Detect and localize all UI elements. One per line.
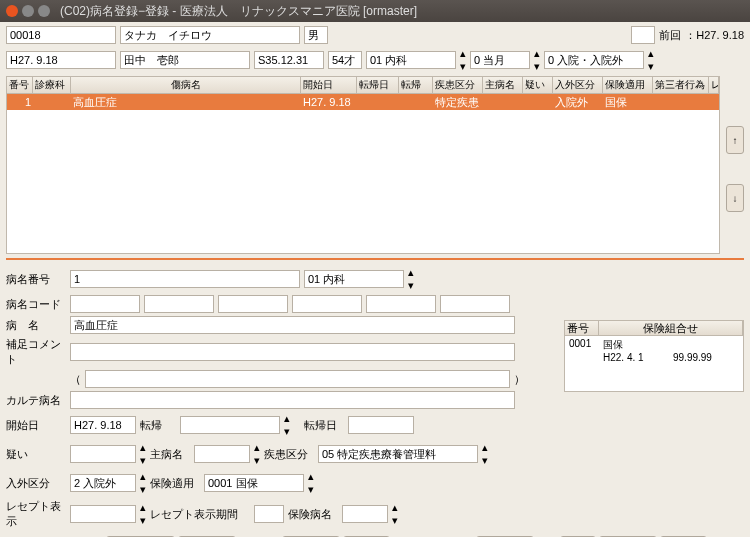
code-4[interactable] xyxy=(292,295,362,313)
main-label: 主病名 xyxy=(150,447,190,462)
code-1[interactable] xyxy=(70,295,140,313)
tenki-input[interactable] xyxy=(180,416,280,434)
form-inout-input[interactable] xyxy=(70,474,136,492)
patient-id-input[interactable] xyxy=(6,26,116,44)
main-input[interactable] xyxy=(194,445,250,463)
prev-date: ：H27. 9.18 xyxy=(685,28,744,43)
receipt-input[interactable] xyxy=(70,505,136,523)
receipt-period-input[interactable] xyxy=(254,505,284,523)
karte-label: カルテ病名 xyxy=(6,393,66,408)
doubt-label: 疑い xyxy=(6,447,66,462)
main-stepper[interactable]: ▴▾ xyxy=(254,441,260,467)
supp-paren-input[interactable] xyxy=(85,370,510,388)
patient-sex-input[interactable] xyxy=(304,26,328,44)
inout-input[interactable] xyxy=(544,51,644,69)
dept-input[interactable] xyxy=(366,51,456,69)
age-input[interactable] xyxy=(328,51,362,69)
inout-stepper[interactable]: ▴▾ xyxy=(648,47,654,73)
patient-kana-input[interactable] xyxy=(120,26,300,44)
table-header: 番号 診療科 傷病名 開始日 転帰日 転帰 疾患区分 主病名 疑い 入外区分 保… xyxy=(6,76,720,94)
ins-name-label: 保険病名 xyxy=(288,507,338,522)
dname-label: 病 名 xyxy=(6,318,66,333)
doubt-input[interactable] xyxy=(70,445,136,463)
maximize-icon[interactable] xyxy=(38,5,50,17)
code-5[interactable] xyxy=(366,295,436,313)
date1-input[interactable] xyxy=(6,51,116,69)
scroll-down-button[interactable]: ↓ xyxy=(726,184,744,212)
receipt-stepper[interactable]: ▴▾ xyxy=(140,501,146,527)
dk-stepper[interactable]: ▴▾ xyxy=(482,441,488,467)
ins-name-input[interactable] xyxy=(342,505,388,523)
tenki-date-input[interactable] xyxy=(348,416,414,434)
month-stepper[interactable]: ▴▾ xyxy=(534,47,540,73)
ins-stepper[interactable]: ▴▾ xyxy=(308,470,314,496)
dk-label: 疾患区分 xyxy=(264,447,314,462)
code-2[interactable] xyxy=(144,295,214,313)
ins-name-stepper[interactable]: ▴▾ xyxy=(392,501,398,527)
prev-label: 前回 xyxy=(659,28,681,43)
disease-no-input[interactable] xyxy=(70,270,300,288)
start-label: 開始日 xyxy=(6,418,66,433)
ins-input[interactable] xyxy=(204,474,304,492)
combo-header: 番号 保険組合せ xyxy=(564,320,744,336)
karte-input[interactable] xyxy=(70,391,515,409)
ins-label: 保険適用 xyxy=(150,476,200,491)
supp-input[interactable] xyxy=(70,343,515,361)
receipt-period-label: レセプト表示期間 xyxy=(150,507,250,522)
insurance-combo-list[interactable]: 0001国保 H22. 4. 199.99.99 xyxy=(564,336,744,392)
close-icon[interactable] xyxy=(6,5,18,17)
month-input[interactable] xyxy=(470,51,530,69)
disease-no-label: 病名番号 xyxy=(6,272,66,287)
dept-stepper[interactable]: ▴▾ xyxy=(460,47,466,73)
inout-label: 入外区分 xyxy=(6,476,66,491)
disease-name-input[interactable] xyxy=(70,316,515,334)
tenki-date-label: 転帰日 xyxy=(304,418,344,433)
code-label: 病名コード xyxy=(6,297,66,312)
disease-table[interactable]: 1 高血圧症 H27. 9.18 特定疾患 入院外 国保 xyxy=(6,94,720,254)
form-inout-stepper[interactable]: ▴▾ xyxy=(140,470,146,496)
receipt-label: レセプト表示 xyxy=(6,499,66,529)
form-dept-input[interactable] xyxy=(304,270,404,288)
divider xyxy=(6,258,744,260)
window-title: (C02)病名登録−登録 - 医療法人 リナックスマニア医院 [ormaster… xyxy=(60,3,417,20)
table-row[interactable]: 1 高血圧症 H27. 9.18 特定疾患 入院外 国保 xyxy=(7,94,719,110)
form-dept-stepper[interactable]: ▴▾ xyxy=(408,266,414,292)
scroll-up-button[interactable]: ↑ xyxy=(726,126,744,154)
start-date-input[interactable] xyxy=(70,416,136,434)
tenki-stepper[interactable]: ▴▾ xyxy=(284,412,290,438)
doubt-stepper[interactable]: ▴▾ xyxy=(140,441,146,467)
blank-small-input[interactable] xyxy=(631,26,655,44)
supp-label: 補足コメント xyxy=(6,337,66,367)
minimize-icon[interactable] xyxy=(22,5,34,17)
code-6[interactable] xyxy=(440,295,510,313)
patient-name-input[interactable] xyxy=(120,51,250,69)
tenki-label: 転帰 xyxy=(140,418,176,433)
code-3[interactable] xyxy=(218,295,288,313)
birth-input[interactable] xyxy=(254,51,324,69)
dk-input[interactable] xyxy=(318,445,478,463)
window-titlebar: (C02)病名登録−登録 - 医療法人 リナックスマニア医院 [ormaster… xyxy=(0,0,750,22)
